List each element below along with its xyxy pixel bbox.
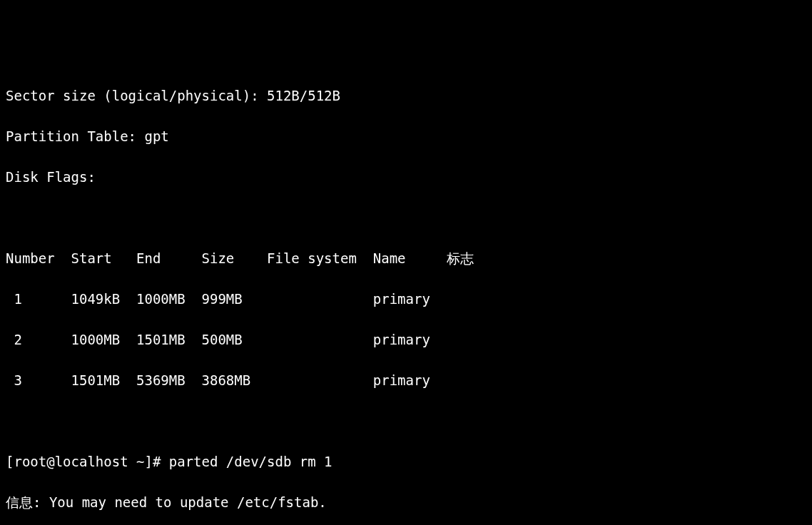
info-message: 信息: You may need to update /etc/fstab. xyxy=(6,492,806,513)
blank-line xyxy=(6,411,806,432)
table-row: 3 1501MB 5369MB 3868MB primary xyxy=(6,370,806,391)
partition-table-line: Partition Table: gpt xyxy=(6,126,806,147)
blank-line xyxy=(6,208,806,228)
shell-prompt[interactable]: [root@localhost ~]# parted /dev/sdb rm 1 xyxy=(6,452,806,472)
disk-flags-line: Disk Flags: xyxy=(6,167,806,188)
table-header: Number Start End Size File system Name 标… xyxy=(6,248,806,269)
table-row: 2 1000MB 1501MB 500MB primary xyxy=(6,330,806,350)
table-row: 1 1049kB 1000MB 999MB primary xyxy=(6,289,806,310)
sector-size-line: Sector size (logical/physical): 512B/512… xyxy=(6,86,806,106)
